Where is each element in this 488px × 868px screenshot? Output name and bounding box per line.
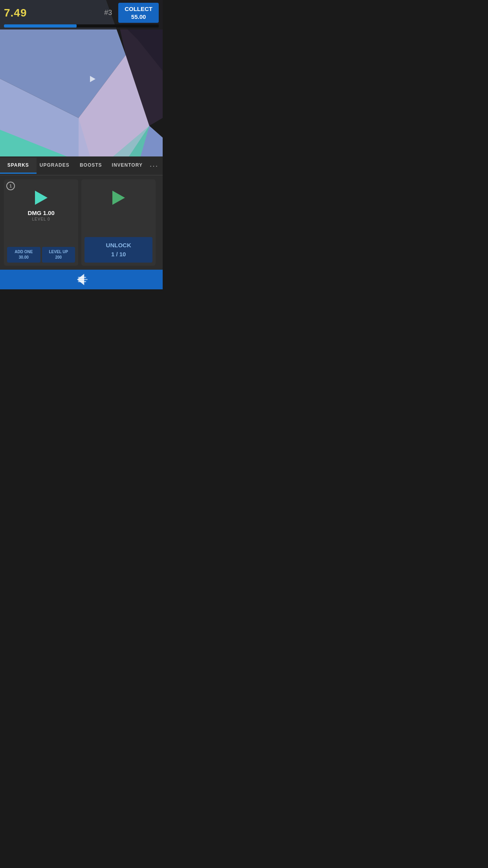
spark-card-2: UNLOCK 1 / 10 (81, 179, 156, 266)
tab-sparks[interactable]: SPARKS (0, 158, 37, 174)
tab-inventory[interactable]: INVENTORY (109, 158, 146, 174)
collect-button[interactable]: COLLECT 55.00 (118, 3, 159, 23)
rank-display: #3 (104, 9, 112, 17)
score-display: 7.49 (4, 7, 27, 19)
sparks-panel: 1 DMG 1.00 LEVEL 0 ADD ONE 30.00 LEVEL U… (0, 175, 163, 270)
spark-icon-1 (35, 189, 48, 206)
more-dots-icon: ··· (150, 161, 159, 170)
spark-card-1: 1 DMG 1.00 LEVEL 0 ADD ONE 30.00 LEVEL U… (4, 179, 78, 266)
action-bar[interactable] (0, 270, 163, 289)
action-icon (73, 272, 89, 287)
card-number-1: 1 (6, 182, 15, 190)
hud-overlay: 7.49 #3 COLLECT 55.00 (0, 0, 163, 29)
spark-icon-2 (112, 189, 125, 206)
tab-boosts[interactable]: BOOSTS (73, 158, 109, 174)
progress-bar (4, 24, 159, 28)
tabs-bar: SPARKS UPGRADES BOOSTS INVENTORY ··· (0, 156, 163, 175)
spark-dmg-1: DMG 1.00 (28, 210, 54, 216)
level-up-button[interactable]: LEVEL UP 200 (42, 247, 75, 263)
spark-level-1: LEVEL 0 (32, 217, 50, 221)
tab-upgrades[interactable]: UPGRADES (37, 158, 73, 174)
unlock-button[interactable]: UNLOCK 1 / 10 (84, 237, 152, 263)
progress-bar-fill (4, 24, 77, 28)
more-button[interactable]: ··· (145, 156, 163, 175)
spark-buttons-1: ADD ONE 30.00 LEVEL UP 200 (7, 247, 75, 263)
add-one-button[interactable]: ADD ONE 30.00 (7, 247, 40, 263)
game-cursor (90, 76, 95, 82)
